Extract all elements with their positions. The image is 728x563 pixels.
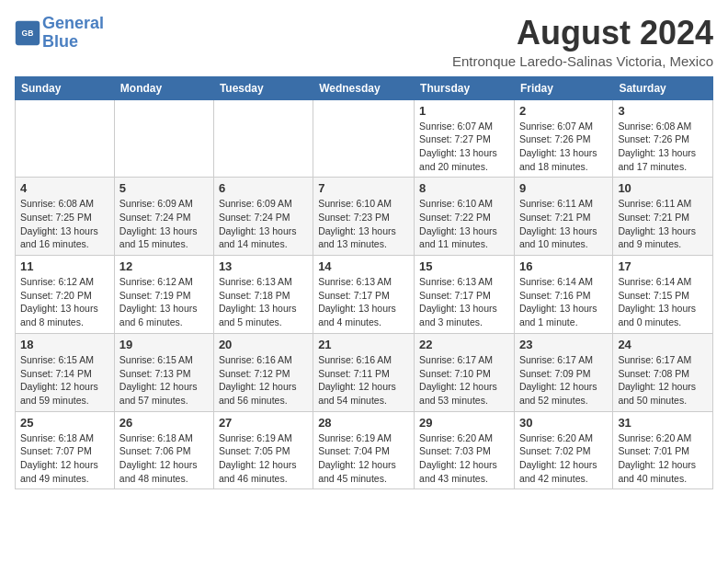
day-info: Sunrise: 6:20 AM Sunset: 7:02 PM Dayligh… [519, 431, 608, 486]
day-number: 4 [20, 181, 109, 195]
day-info: Sunrise: 6:13 AM Sunset: 7:18 PM Dayligh… [219, 275, 308, 329]
calendar-cell: 20Sunrise: 6:16 AM Sunset: 7:12 PM Dayli… [213, 333, 313, 411]
day-info: Sunrise: 6:13 AM Sunset: 7:17 PM Dayligh… [318, 275, 409, 329]
calendar-cell: 12Sunrise: 6:12 AM Sunset: 7:19 PM Dayli… [114, 256, 213, 334]
calendar-cell: 31Sunrise: 6:20 AM Sunset: 7:01 PM Dayli… [613, 411, 713, 489]
page-header: GB General Blue August 2024 Entronque La… [15, 15, 713, 69]
calendar-cell: 1Sunrise: 6:07 AM Sunset: 7:27 PM Daylig… [415, 99, 515, 178]
calendar-cell: 15Sunrise: 6:13 AM Sunset: 7:17 PM Dayli… [415, 256, 515, 334]
weekday-header-monday: Monday [114, 76, 213, 99]
day-number: 15 [419, 259, 509, 273]
day-info: Sunrise: 6:19 AM Sunset: 7:04 PM Dayligh… [318, 431, 409, 486]
day-info: Sunrise: 6:12 AM Sunset: 7:20 PM Dayligh… [20, 275, 109, 329]
calendar-cell [213, 99, 313, 178]
day-info: Sunrise: 6:11 AM Sunset: 7:21 PM Dayligh… [618, 197, 708, 251]
calendar-cell: 14Sunrise: 6:13 AM Sunset: 7:17 PM Dayli… [313, 256, 415, 334]
calendar-cell: 9Sunrise: 6:11 AM Sunset: 7:21 PM Daylig… [514, 178, 612, 256]
day-number: 2 [519, 104, 608, 118]
calendar-cell: 16Sunrise: 6:14 AM Sunset: 7:16 PM Dayli… [514, 256, 612, 334]
calendar-cell: 4Sunrise: 6:08 AM Sunset: 7:25 PM Daylig… [16, 178, 115, 256]
weekday-header-sunday: Sunday [16, 76, 115, 99]
day-info: Sunrise: 6:20 AM Sunset: 7:03 PM Dayligh… [419, 431, 509, 486]
day-number: 11 [20, 259, 109, 273]
logo: GB General Blue [15, 15, 104, 52]
day-info: Sunrise: 6:09 AM Sunset: 7:24 PM Dayligh… [219, 197, 308, 251]
calendar-cell: 10Sunrise: 6:11 AM Sunset: 7:21 PM Dayli… [613, 178, 713, 256]
day-number: 9 [519, 181, 608, 195]
calendar-cell: 2Sunrise: 6:07 AM Sunset: 7:26 PM Daylig… [514, 99, 612, 178]
day-number: 13 [219, 259, 308, 273]
day-number: 5 [119, 181, 209, 195]
month-year: August 2024 [452, 15, 713, 52]
day-number: 7 [318, 181, 409, 195]
day-info: Sunrise: 6:11 AM Sunset: 7:21 PM Dayligh… [519, 197, 608, 251]
day-number: 8 [419, 181, 509, 195]
day-number: 22 [419, 338, 509, 351]
day-number: 17 [618, 259, 708, 273]
calendar-cell: 19Sunrise: 6:15 AM Sunset: 7:13 PM Dayli… [114, 333, 213, 411]
logo-text: General Blue [42, 15, 104, 52]
calendar-cell [16, 99, 115, 178]
day-number: 29 [419, 416, 509, 430]
svg-text:GB: GB [22, 29, 34, 38]
day-info: Sunrise: 6:09 AM Sunset: 7:24 PM Dayligh… [119, 197, 209, 251]
day-info: Sunrise: 6:08 AM Sunset: 7:25 PM Dayligh… [20, 197, 109, 251]
day-number: 18 [20, 338, 109, 351]
logo-icon: GB [15, 20, 40, 46]
day-number: 31 [618, 416, 708, 430]
day-info: Sunrise: 6:15 AM Sunset: 7:13 PM Dayligh… [119, 353, 209, 408]
day-info: Sunrise: 6:10 AM Sunset: 7:23 PM Dayligh… [318, 197, 409, 251]
day-info: Sunrise: 6:07 AM Sunset: 7:26 PM Dayligh… [519, 120, 608, 174]
calendar-cell: 28Sunrise: 6:19 AM Sunset: 7:04 PM Dayli… [313, 411, 415, 489]
day-number: 25 [20, 416, 109, 430]
calendar-cell: 13Sunrise: 6:13 AM Sunset: 7:18 PM Dayli… [213, 256, 313, 334]
day-number: 26 [119, 416, 209, 430]
day-info: Sunrise: 6:18 AM Sunset: 7:06 PM Dayligh… [119, 431, 209, 486]
calendar-cell: 26Sunrise: 6:18 AM Sunset: 7:06 PM Dayli… [114, 411, 213, 489]
calendar-cell: 8Sunrise: 6:10 AM Sunset: 7:22 PM Daylig… [415, 178, 515, 256]
calendar-cell: 21Sunrise: 6:16 AM Sunset: 7:11 PM Dayli… [313, 333, 415, 411]
calendar-cell: 23Sunrise: 6:17 AM Sunset: 7:09 PM Dayli… [514, 333, 612, 411]
calendar-cell: 17Sunrise: 6:14 AM Sunset: 7:15 PM Dayli… [613, 256, 713, 334]
day-info: Sunrise: 6:16 AM Sunset: 7:11 PM Dayligh… [318, 353, 409, 408]
day-number: 28 [318, 416, 409, 430]
day-number: 6 [219, 181, 308, 195]
calendar-cell: 25Sunrise: 6:18 AM Sunset: 7:07 PM Dayli… [16, 411, 115, 489]
day-info: Sunrise: 6:07 AM Sunset: 7:27 PM Dayligh… [419, 120, 509, 174]
weekday-header-saturday: Saturday [613, 76, 713, 99]
calendar-cell [114, 99, 213, 178]
calendar-cell: 18Sunrise: 6:15 AM Sunset: 7:14 PM Dayli… [16, 333, 115, 411]
day-info: Sunrise: 6:17 AM Sunset: 7:08 PM Dayligh… [618, 353, 708, 408]
logo-line2: Blue [42, 32, 78, 51]
day-number: 20 [219, 338, 308, 351]
day-info: Sunrise: 6:16 AM Sunset: 7:12 PM Dayligh… [219, 353, 308, 408]
day-info: Sunrise: 6:08 AM Sunset: 7:26 PM Dayligh… [618, 120, 708, 174]
day-info: Sunrise: 6:14 AM Sunset: 7:15 PM Dayligh… [618, 275, 708, 329]
day-number: 3 [618, 104, 708, 118]
day-info: Sunrise: 6:13 AM Sunset: 7:17 PM Dayligh… [419, 275, 509, 329]
logo-line1: General [42, 14, 104, 32]
calendar-cell: 24Sunrise: 6:17 AM Sunset: 7:08 PM Dayli… [613, 333, 713, 411]
day-number: 10 [618, 181, 708, 195]
day-number: 19 [119, 338, 209, 351]
day-info: Sunrise: 6:17 AM Sunset: 7:10 PM Dayligh… [419, 353, 509, 408]
day-info: Sunrise: 6:12 AM Sunset: 7:19 PM Dayligh… [119, 275, 209, 329]
calendar-cell: 7Sunrise: 6:10 AM Sunset: 7:23 PM Daylig… [313, 178, 415, 256]
calendar-cell [313, 99, 415, 178]
calendar-cell: 29Sunrise: 6:20 AM Sunset: 7:03 PM Dayli… [415, 411, 515, 489]
weekday-header-friday: Friday [514, 76, 612, 99]
location: Entronque Laredo-Salinas Victoria, Mexic… [452, 53, 713, 69]
calendar-cell: 6Sunrise: 6:09 AM Sunset: 7:24 PM Daylig… [213, 178, 313, 256]
calendar-cell: 11Sunrise: 6:12 AM Sunset: 7:20 PM Dayli… [16, 256, 115, 334]
day-info: Sunrise: 6:15 AM Sunset: 7:14 PM Dayligh… [20, 353, 109, 408]
day-info: Sunrise: 6:10 AM Sunset: 7:22 PM Dayligh… [419, 197, 509, 251]
day-number: 16 [519, 259, 608, 273]
weekday-header-thursday: Thursday [415, 76, 515, 99]
day-info: Sunrise: 6:18 AM Sunset: 7:07 PM Dayligh… [20, 431, 109, 486]
day-number: 21 [318, 338, 409, 351]
weekday-header-tuesday: Tuesday [213, 76, 313, 99]
calendar-cell: 30Sunrise: 6:20 AM Sunset: 7:02 PM Dayli… [514, 411, 612, 489]
day-number: 12 [119, 259, 209, 273]
day-number: 14 [318, 259, 409, 273]
day-info: Sunrise: 6:19 AM Sunset: 7:05 PM Dayligh… [219, 431, 308, 486]
